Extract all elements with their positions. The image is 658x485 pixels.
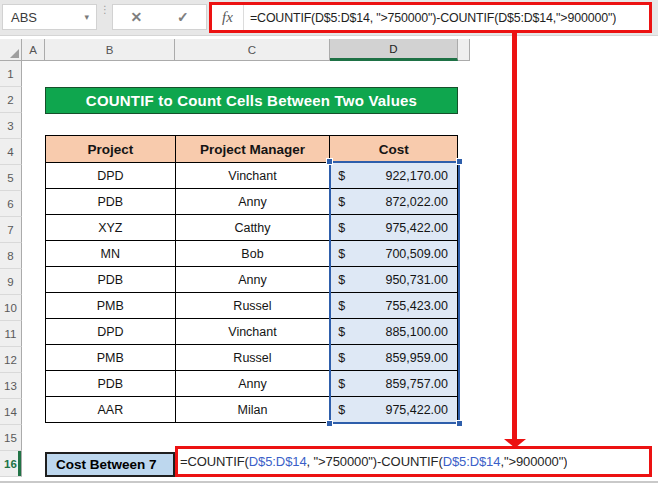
table-row: AARMilan$975,422.00 (46, 397, 458, 423)
table-row: XYZCatthy$975,422.00 (46, 215, 458, 241)
project-cell[interactable]: XYZ (46, 215, 176, 241)
column-header-c[interactable]: C (175, 39, 330, 61)
currency-symbol: $ (338, 169, 345, 183)
annotation-arrow-line (512, 31, 517, 440)
row-header-12[interactable]: 12 (0, 347, 22, 373)
row-header-11[interactable]: 11 (0, 321, 22, 347)
table-row: PDBAnny$859,757.00 (46, 371, 458, 397)
manager-cell[interactable]: Anny (176, 267, 331, 293)
cost-cell[interactable]: $885,100.00 (330, 319, 458, 345)
currency-symbol: $ (338, 195, 345, 209)
cost-cell[interactable]: $950,731.00 (330, 267, 458, 293)
insert-function-icon[interactable]: fx (212, 5, 244, 30)
formula-segment: ,">900000") (500, 454, 567, 469)
cost-value: 859,959.00 (385, 351, 448, 365)
row-header-16[interactable]: 16 (0, 451, 22, 477)
cost-value: 859,757.00 (385, 377, 448, 391)
manager-cell[interactable]: Russel (176, 293, 331, 319)
bottom-edge-line (0, 481, 658, 483)
table-header-project-manager[interactable]: Project Manager (176, 136, 331, 163)
cost-value: 755,423.00 (385, 299, 448, 313)
table-header-cost[interactable]: Cost (330, 136, 458, 163)
cost-cell[interactable]: $975,422.00 (330, 215, 458, 241)
cost-value: 872,022.00 (385, 195, 448, 209)
table-row: PDBAnny$950,731.00 (46, 267, 458, 293)
cancel-icon[interactable]: ✕ (122, 9, 150, 25)
result-formula-box[interactable]: =COUNTIF(D$5:D$14, ">750000")-COUNTIF(D$… (175, 446, 652, 477)
row-header-7[interactable]: 7 (0, 217, 22, 243)
manager-cell[interactable]: Milan (176, 397, 331, 423)
title-banner-cell[interactable]: COUNTIF to Count Cells Between Two Value… (45, 87, 458, 114)
column-header-a[interactable]: A (22, 39, 45, 61)
row-header-8[interactable]: 8 (0, 243, 22, 269)
table-row: PMBRussel$859,959.00 (46, 345, 458, 371)
cost-value: 885,100.00 (385, 325, 448, 339)
table-row: DPDVinchant$885,100.00 (46, 319, 458, 345)
formula-segment: D$5:D$14 (443, 454, 501, 469)
manager-cell[interactable]: Vinchant (176, 163, 331, 189)
column-header-d[interactable]: D (330, 39, 458, 61)
row-header-strip: 12345678910111213141516 (0, 61, 22, 477)
select-all-button[interactable] (0, 39, 22, 61)
manager-cell[interactable]: Anny (176, 189, 331, 215)
manager-cell[interactable]: Vinchant (176, 319, 331, 345)
manager-cell[interactable]: Catthy (176, 215, 331, 241)
data-table: ProjectProject ManagerCost DPDVinchant$9… (45, 135, 458, 423)
row-header-3[interactable]: 3 (0, 113, 22, 139)
cost-cell[interactable]: $872,022.00 (330, 189, 458, 215)
cost-value: 922,170.00 (385, 169, 448, 183)
currency-symbol: $ (338, 221, 345, 235)
cost-cell[interactable]: $700,509.00 (330, 241, 458, 267)
result-label-cell[interactable]: Cost Between 7 (45, 452, 175, 477)
project-cell[interactable]: PDB (46, 189, 176, 215)
currency-symbol: $ (338, 273, 345, 287)
project-cell[interactable]: DPD (46, 319, 176, 345)
column-header-b[interactable]: B (45, 39, 175, 61)
row-header-4[interactable]: 4 (0, 139, 22, 165)
row-header-13[interactable]: 13 (0, 373, 22, 399)
formula-bar-input[interactable]: =COUNTIF(D$5:D$14, ">750000")-COUNTIF(D$… (244, 11, 616, 25)
project-cell[interactable]: MN (46, 241, 176, 267)
cost-cell[interactable]: $755,423.00 (330, 293, 458, 319)
project-cell[interactable]: PMB (46, 293, 176, 319)
project-cell[interactable]: PDB (46, 267, 176, 293)
chevron-down-icon[interactable]: ▾ (84, 12, 96, 22)
cost-cell[interactable]: $975,422.00 (330, 397, 458, 423)
table-row: DPDVinchant$922,170.00 (46, 163, 458, 189)
project-cell[interactable]: PMB (46, 345, 176, 371)
name-box-value: ABS (3, 10, 84, 25)
enter-icon[interactable]: ✓ (169, 9, 197, 25)
cost-value: 700,509.00 (385, 247, 448, 261)
manager-cell[interactable]: Anny (176, 371, 331, 397)
excel-screenshot: ABS ▾ ⋮ ✕ ✓ fx =COUNTIF(D$5:D$14, ">7500… (0, 0, 658, 485)
table-row: PDBAnny$872,022.00 (46, 189, 458, 215)
currency-symbol: $ (338, 247, 345, 261)
row-header-1[interactable]: 1 (0, 61, 22, 87)
table-header-project[interactable]: Project (46, 136, 176, 163)
currency-symbol: $ (338, 377, 345, 391)
cost-value: 975,422.00 (385, 221, 448, 235)
table-row: MNBob$700,509.00 (46, 241, 458, 267)
project-cell[interactable]: DPD (46, 163, 176, 189)
cost-cell[interactable]: $859,959.00 (330, 345, 458, 371)
result-label-text: Cost Between 7 (56, 457, 157, 472)
row-header-5[interactable]: 5 (0, 165, 22, 191)
row-header-10[interactable]: 10 (0, 295, 22, 321)
row-header-15[interactable]: 15 (0, 425, 22, 451)
project-cell[interactable]: AAR (46, 397, 176, 423)
row-header-9[interactable]: 9 (0, 269, 22, 295)
table-row: PMBRussel$755,423.00 (46, 293, 458, 319)
manager-cell[interactable]: Russel (176, 345, 331, 371)
name-box[interactable]: ABS ▾ (2, 4, 97, 30)
cost-cell[interactable]: $859,757.00 (330, 371, 458, 397)
cost-cell[interactable]: $922,170.00 (330, 163, 458, 189)
drag-handle-icon: ⋮ (99, 6, 111, 30)
row-header-6[interactable]: 6 (0, 191, 22, 217)
cost-value: 975,422.00 (385, 403, 448, 417)
project-cell[interactable]: PDB (46, 371, 176, 397)
row-header-2[interactable]: 2 (0, 87, 22, 113)
formula-bar-area: ABS ▾ ⋮ ✕ ✓ fx =COUNTIF(D$5:D$14, ">7500… (0, 0, 658, 36)
annotation-arrow-head-icon (504, 439, 526, 448)
manager-cell[interactable]: Bob (176, 241, 331, 267)
row-header-14[interactable]: 14 (0, 399, 22, 425)
